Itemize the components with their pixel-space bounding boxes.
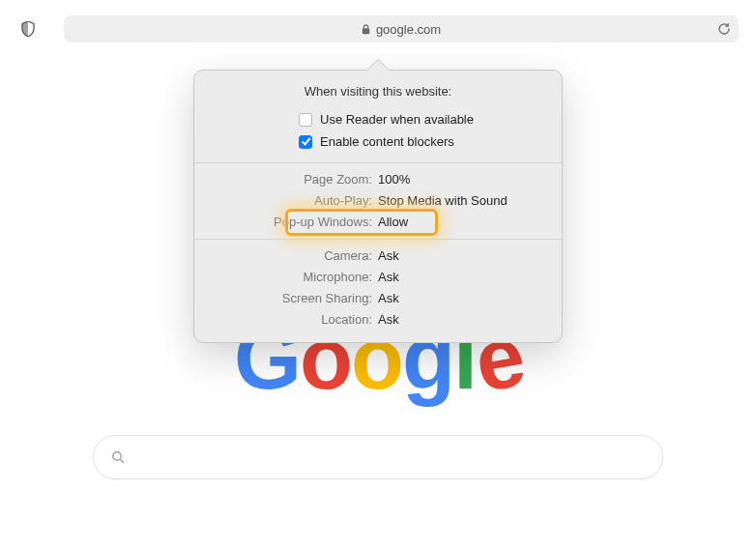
search-icon: [111, 450, 125, 464]
location-label: Location:: [194, 309, 378, 331]
search-input[interactable]: [134, 449, 645, 466]
popover-title: When visiting this website:: [194, 71, 562, 106]
svg-rect-0: [363, 28, 369, 34]
reader-checkbox[interactable]: [299, 113, 312, 127]
reader-row[interactable]: Use Reader when available: [210, 108, 546, 130]
location-row[interactable]: Location: Ask: [194, 309, 562, 331]
page-zoom-label: Page Zoom:: [194, 169, 378, 190]
reload-icon[interactable]: [717, 22, 731, 36]
search-box[interactable]: [93, 435, 663, 479]
camera-row[interactable]: Camera: Ask: [194, 245, 562, 267]
settings-group-1: Page Zoom: 100% Auto-Play: Stop Media wi…: [194, 163, 562, 239]
toolbar: google.com: [0, 10, 756, 48]
camera-value[interactable]: Ask: [378, 245, 562, 267]
content-blockers-label: Enable content blockers: [320, 134, 454, 149]
popup-windows-value[interactable]: Allow: [378, 212, 562, 233]
microphone-value[interactable]: Ask: [378, 267, 562, 288]
reader-label: Use Reader when available: [320, 112, 474, 127]
screen-sharing-value[interactable]: Ask: [378, 288, 562, 309]
screen-sharing-label: Screen Sharing:: [194, 288, 378, 309]
privacy-shield-icon[interactable]: [17, 18, 39, 40]
screen-sharing-row[interactable]: Screen Sharing: Ask: [194, 288, 562, 309]
svg-line-2: [120, 459, 123, 462]
address-bar[interactable]: google.com: [64, 15, 739, 43]
popup-windows-label: Pop-up Windows:: [194, 212, 378, 233]
microphone-row[interactable]: Microphone: Ask: [194, 267, 562, 288]
auto-play-label: Auto-Play:: [194, 190, 378, 212]
site-settings-popover: When visiting this website: Use Reader w…: [193, 70, 563, 343]
settings-group-2: Camera: Ask Microphone: Ask Screen Shari…: [194, 240, 562, 342]
address-bar-content: google.com: [362, 22, 441, 37]
microphone-label: Microphone:: [194, 267, 378, 288]
page-zoom-row[interactable]: Page Zoom: 100%: [194, 169, 562, 190]
camera-label: Camera:: [194, 245, 378, 267]
auto-play-value[interactable]: Stop Media with Sound: [378, 190, 562, 212]
popup-windows-row[interactable]: Pop-up Windows: Allow: [194, 212, 562, 233]
page-zoom-value[interactable]: 100%: [378, 169, 562, 190]
content-blockers-checkbox[interactable]: [299, 135, 312, 149]
address-bar-domain: google.com: [376, 22, 441, 37]
auto-play-row[interactable]: Auto-Play: Stop Media with Sound: [194, 190, 562, 212]
location-value[interactable]: Ask: [378, 309, 562, 331]
browser-window: google.com Google When visiting this web…: [0, 0, 756, 547]
content-blockers-row[interactable]: Enable content blockers: [210, 130, 546, 153]
lock-icon: [362, 24, 370, 35]
